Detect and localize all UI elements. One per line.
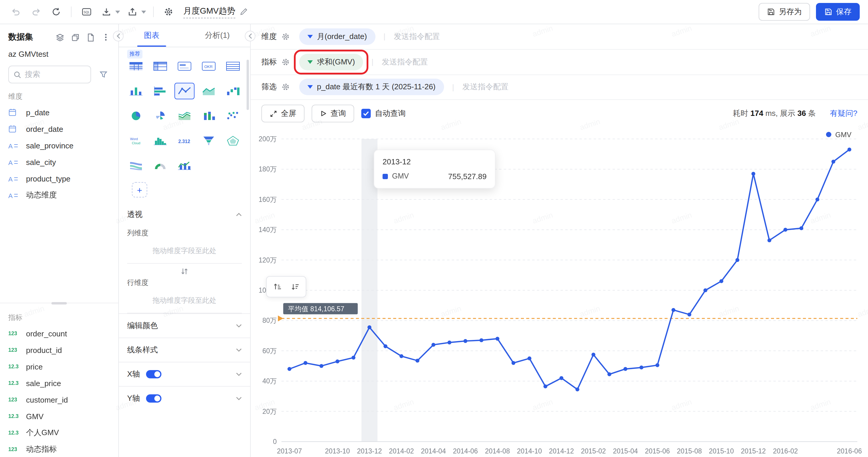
filter-icon[interactable] (96, 67, 111, 82)
chevron-down-icon[interactable] (115, 10, 120, 13)
chart-type-waterfall-icon[interactable] (222, 83, 243, 99)
chart-type-funnel-icon[interactable] (198, 132, 219, 149)
field-item-动态指标[interactable]: 123动态指标 (0, 441, 118, 457)
chart-type-horizontal-bar-icon[interactable] (150, 83, 171, 99)
data-point[interactable] (687, 312, 691, 316)
add-chart-type-button[interactable]: + (132, 182, 147, 197)
refresh-icon[interactable] (49, 4, 64, 20)
file-icon[interactable] (85, 32, 96, 42)
data-point[interactable] (831, 160, 835, 163)
chart-type-rose-icon[interactable] (150, 108, 171, 124)
sql-icon[interactable]: SQL (79, 4, 94, 20)
chart-type-semi-donut-icon[interactable] (150, 157, 171, 174)
search-input[interactable]: 搜索 (8, 66, 91, 83)
field-item-sale_province[interactable]: Asale_province (0, 137, 118, 154)
undo-button[interactable] (8, 4, 24, 20)
filter-pill[interactable]: p_date 最近有数 1 天 (2025-11-26) (299, 79, 444, 95)
kebab-menu-icon[interactable] (100, 32, 111, 42)
save-button[interactable]: 保存 (816, 3, 860, 21)
data-point[interactable] (640, 366, 643, 369)
data-point[interactable] (575, 388, 579, 391)
data-point[interactable] (495, 337, 499, 340)
chart-type-line-icon[interactable] (174, 83, 195, 99)
data-point[interactable] (399, 354, 403, 358)
chart-type-word-cloud-icon[interactable]: WordCloud (126, 132, 147, 149)
gear-icon[interactable] (281, 58, 290, 66)
sort-asc-button[interactable] (269, 279, 286, 295)
chart-type-stacked-column-icon[interactable] (198, 108, 219, 124)
data-point[interactable] (672, 308, 675, 312)
data-point[interactable] (512, 361, 515, 365)
panel-splitter[interactable] (0, 303, 118, 309)
data-point[interactable] (768, 238, 771, 242)
section-line-style[interactable]: 线条样式 (119, 338, 250, 362)
field-item-order_date[interactable]: order_date (0, 121, 118, 137)
tab-analysis[interactable]: 分析(1) (184, 24, 250, 47)
data-point[interactable] (592, 353, 595, 357)
dimension-pill[interactable]: 月(order_date) (299, 28, 375, 45)
send-command-config-link[interactable]: 发送指令配置 (394, 31, 440, 42)
chart-type-number-card-icon[interactable]: 2.312 (174, 132, 195, 149)
chart-type-radar-icon[interactable] (222, 132, 243, 149)
section-x-axis[interactable]: X轴 (119, 362, 250, 386)
field-item-p_date[interactable]: p_date (0, 104, 118, 121)
data-point[interactable] (608, 372, 611, 376)
chart-type-table-icon[interactable] (126, 58, 147, 74)
chevron-down-icon[interactable] (141, 10, 146, 13)
chart-legend[interactable]: GMV (826, 131, 851, 139)
tab-chart[interactable]: 图表 (119, 24, 184, 47)
data-point[interactable] (383, 344, 387, 348)
chart-type-combo-icon[interactable] (174, 157, 195, 174)
export-icon[interactable] (125, 4, 140, 20)
chart-type-histogram-icon[interactable] (150, 132, 171, 149)
data-point[interactable] (815, 197, 819, 201)
edit-pencil-icon[interactable] (240, 8, 248, 16)
data-point[interactable] (783, 228, 787, 232)
column-dimension-dropzone[interactable]: 拖动维度字段至此处 (127, 238, 242, 264)
field-item-product_type[interactable]: Aproduct_type (0, 170, 118, 187)
chart-type-pivot-table-icon[interactable] (150, 58, 171, 74)
chart-type-bar-icon[interactable] (126, 83, 147, 99)
data-point[interactable] (304, 361, 307, 365)
field-item-GMV[interactable]: 12.3GMV (0, 408, 118, 425)
section-y-axis[interactable]: Y轴 (119, 386, 250, 410)
send-command-config-link[interactable]: 发送指令配置 (462, 82, 508, 93)
data-point[interactable] (368, 326, 371, 329)
data-point[interactable] (751, 172, 755, 176)
scrollbar-thumb[interactable] (247, 60, 249, 110)
chart-type-stacked-area-icon[interactable] (174, 108, 195, 124)
field-item-customer_id[interactable]: 123customer_id (0, 391, 118, 408)
data-point[interactable] (479, 338, 484, 342)
chart-type-sankey-icon[interactable] (126, 157, 147, 174)
gear-icon[interactable] (281, 83, 290, 91)
data-point[interactable] (655, 363, 659, 367)
x-axis-toggle[interactable] (146, 370, 161, 378)
fullscreen-button[interactable]: 全屏 (261, 104, 305, 122)
field-item-sale_price[interactable]: 12.3sale_price (0, 375, 118, 391)
sort-desc-button[interactable] (287, 279, 303, 295)
splitter-handle[interactable] (52, 302, 67, 304)
report-title[interactable]: 月度GMV趋势 (183, 6, 235, 18)
chart-type-pie-icon[interactable] (126, 108, 147, 124)
help-link[interactable]: 有疑问? (830, 108, 857, 119)
dataset-name[interactable]: az GMVtest (0, 42, 118, 59)
field-item-动态维度[interactable]: A动态维度 (0, 187, 118, 203)
row-dimension-dropzone[interactable]: 拖动维度字段至此处 (127, 288, 242, 313)
auto-query-option[interactable]: 自动查询 (361, 108, 406, 119)
data-point[interactable] (544, 385, 547, 389)
data-point[interactable] (719, 279, 723, 283)
auto-query-checkbox[interactable] (361, 109, 371, 118)
data-point[interactable] (559, 376, 563, 380)
field-item-product_id[interactable]: 123product_id (0, 342, 118, 358)
data-point[interactable] (431, 343, 435, 347)
settings-gear-icon[interactable] (161, 4, 176, 20)
redo-button[interactable] (28, 4, 44, 20)
measure-pill[interactable]: 求和(GMV) (299, 54, 363, 70)
data-point[interactable] (527, 357, 531, 360)
data-point[interactable] (736, 258, 739, 262)
field-item-sale_city[interactable]: Asale_city (0, 154, 118, 170)
swap-axes-icon[interactable] (127, 264, 242, 275)
query-button[interactable]: 查询 (312, 104, 354, 122)
field-item-个人GMV[interactable]: 12.3个人GMV (0, 425, 118, 441)
data-point[interactable] (351, 356, 355, 360)
